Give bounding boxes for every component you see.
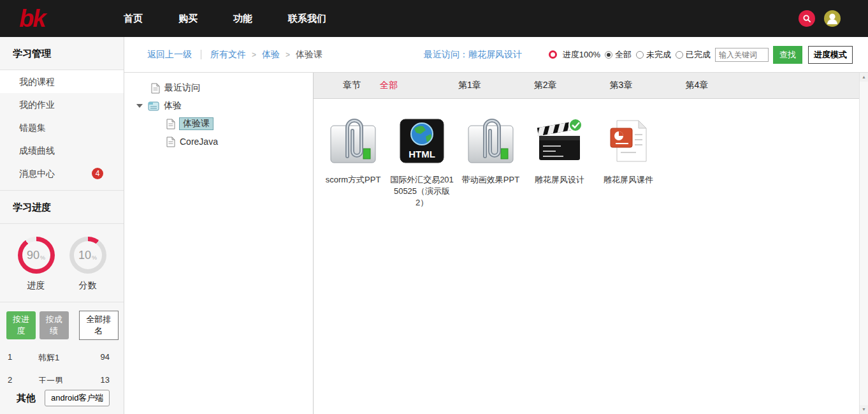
file-item-carved-screen-design[interactable]: 雕花屏风设计	[528, 113, 591, 186]
crumb-separator: >	[252, 50, 256, 59]
search-icon	[803, 15, 811, 23]
nav-contact[interactable]: 联系我们	[288, 13, 326, 25]
radio-icon[interactable]	[676, 51, 683, 59]
file-item-forex-html[interactable]: HTML 国际外汇交易20150525（演示版2）	[390, 113, 454, 209]
tab-chapter-4[interactable]: 第4章	[685, 80, 708, 91]
tree-item-tiyan-folder[interactable]: 体验	[124, 97, 313, 115]
section-title-learn-progress: 学习进度	[0, 190, 124, 224]
nav-buy[interactable]: 购买	[178, 13, 198, 25]
sidebar-item-my-homework[interactable]: 我的作业	[0, 93, 124, 116]
sidebar-item-wrong-questions[interactable]: 错题集	[0, 116, 124, 139]
keyword-input[interactable]	[715, 48, 769, 62]
filter-label: 全部	[615, 49, 632, 61]
section-title-learn-manage: 学习管理	[0, 37, 124, 70]
filter-all[interactable]: 全部	[605, 49, 632, 61]
ranking-row: 1 韩辉1 94	[0, 346, 124, 369]
menu-label: 消息中心	[19, 168, 55, 179]
tab-all-chapters[interactable]: 全部	[380, 80, 398, 91]
breadcrumb: 返回上一级 所有文件 > 体验 > 体验课	[147, 49, 322, 61]
by-progress-button[interactable]: 按进度	[6, 311, 36, 339]
file-item-animated-ppt[interactable]: 带动画效果PPT	[459, 113, 523, 186]
score-donut-chart: 10 %	[69, 237, 106, 274]
filter-label: 已完成	[686, 49, 711, 61]
file-item-scorm-ppt[interactable]: scorm方式PPT	[321, 113, 385, 186]
recent-visit-link[interactable]: 最近访问：雕花屏风设计	[424, 49, 522, 61]
expand-arrow-icon[interactable]	[136, 104, 143, 108]
progress-donut-chart: 90 %	[18, 237, 55, 274]
sidebar-menu: 我的课程 我的作业 错题集 成绩曲线 消息中心 4	[0, 70, 124, 185]
user-avatar-icon[interactable]	[823, 10, 841, 27]
radio-icon[interactable]	[605, 51, 612, 59]
document-icon	[151, 83, 160, 94]
sidebar-item-my-courses[interactable]: 我的课程	[0, 70, 124, 93]
top-navigation-bar: bk 首页 购买 功能 联系我们	[0, 0, 868, 37]
file-grid: scorm方式PPT HTML 国际外汇交易20150525（演示版2）	[314, 99, 859, 209]
tab-chapter-1[interactable]: 第1章	[458, 80, 481, 91]
tree-item-corejava[interactable]: CoreJava	[124, 133, 313, 151]
nav-home[interactable]: 首页	[124, 13, 143, 25]
crumb-all-files[interactable]: 所有文件	[210, 49, 246, 61]
file-name: 国际外汇交易20150525（演示版2）	[390, 174, 454, 209]
score-unit: %	[92, 255, 97, 261]
file-item-carved-screen-courseware[interactable]: 雕花屏风课件	[597, 113, 660, 186]
menu-label: 我的作业	[19, 100, 55, 110]
progress-donuts: 90 % 10 %	[0, 224, 124, 274]
tree-item-label: 最近访问	[164, 82, 200, 94]
progress-donut-label: 进度	[27, 280, 45, 292]
score-donut-label: 分数	[79, 280, 97, 292]
rank-number: 1	[8, 352, 38, 364]
file-name: 雕花屏风设计	[535, 174, 584, 186]
progress-percent-label: 进度100%	[563, 49, 600, 61]
document-icon	[166, 137, 175, 147]
scroll-up-icon[interactable]: ▲	[860, 73, 868, 82]
filter-incomplete[interactable]: 未完成	[636, 49, 671, 61]
scroll-down-icon[interactable]: ▼	[860, 405, 868, 414]
file-name: scorm方式PPT	[326, 174, 381, 186]
score-value: 10	[78, 249, 91, 262]
by-score-button[interactable]: 按成绩	[40, 311, 69, 339]
folder-icon	[148, 101, 159, 111]
find-button[interactable]: 查找	[773, 46, 802, 64]
rank-score: 94	[90, 352, 110, 364]
attachment-icon	[328, 115, 379, 166]
html-icon-text: HTML	[409, 149, 435, 159]
divider	[201, 50, 201, 59]
video-clapper-checked-icon	[534, 115, 585, 166]
content-toolbar: 返回上一级 所有文件 > 体验 > 体验课 最近访问：雕花屏风设计 进度100%…	[124, 37, 868, 73]
filter-label: 未完成	[646, 49, 671, 61]
sidebar-footer: 其他 android客户端	[0, 383, 124, 414]
chapter-tabs-bar: 章节 全部 第1章 第2章 第3章 第4章	[314, 73, 859, 99]
sidebar-item-score-curve[interactable]: 成绩曲线	[0, 139, 124, 162]
filter-complete[interactable]: 已完成	[676, 49, 711, 61]
sidebar: 学习管理 我的课程 我的作业 错题集 成绩曲线 消息中心 4 学习进度 90 %	[0, 37, 124, 414]
file-tree-panel: 最近访问 体验 体验课 CoreJava	[124, 73, 314, 414]
crumb-separator: >	[286, 50, 290, 59]
section-title-other: 其他	[17, 392, 36, 404]
file-list-area: scorm方式PPT HTML 国际外汇交易20150525（演示版2）	[314, 99, 859, 414]
vertical-scrollbar[interactable]: ▲ ▼	[859, 73, 868, 414]
all-ranking-button[interactable]: 全部排名	[79, 311, 119, 340]
back-link[interactable]: 返回上一级	[147, 49, 192, 61]
android-client-button[interactable]: android客户端	[45, 390, 110, 406]
tree-item-label: 体验	[164, 100, 182, 112]
document-icon	[166, 119, 175, 129]
tree-item-tiyanke[interactable]: 体验课	[124, 115, 313, 133]
menu-label: 我的课程	[19, 77, 55, 87]
crumb-tiyan[interactable]: 体验	[262, 49, 280, 61]
main-nav: 首页 购买 功能 联系我们	[124, 13, 326, 25]
crumb-current: 体验课	[296, 49, 322, 61]
brand-logo[interactable]: bk	[19, 5, 71, 33]
attachment-icon	[465, 115, 516, 166]
menu-label: 错题集	[19, 122, 46, 133]
html-file-icon: HTML	[396, 115, 447, 166]
tree-item-label: CoreJava	[180, 137, 218, 147]
tab-chapter-2[interactable]: 第2章	[534, 80, 557, 91]
search-button[interactable]	[799, 10, 815, 27]
progress-mode-button[interactable]: 进度模式	[808, 46, 853, 64]
nav-features[interactable]: 功能	[233, 13, 252, 25]
radio-icon[interactable]	[636, 51, 644, 59]
file-name: 带动画效果PPT	[462, 174, 519, 186]
tree-item-recent-visits[interactable]: 最近访问	[124, 79, 313, 97]
tab-chapter-3[interactable]: 第3章	[610, 80, 633, 91]
sidebar-item-message-center[interactable]: 消息中心 4	[0, 162, 124, 185]
